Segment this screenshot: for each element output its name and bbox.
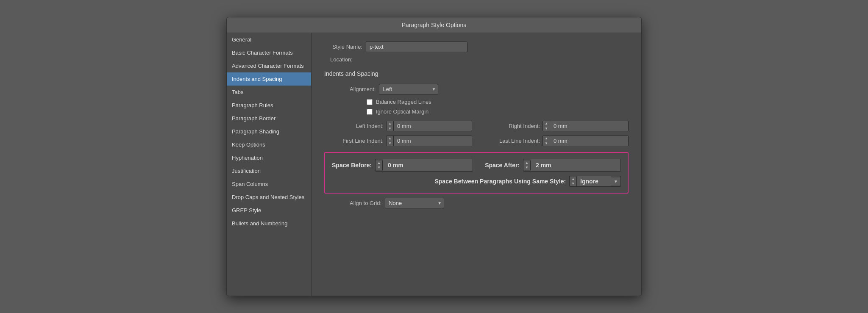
left-indent-down[interactable]: ▼ (387, 126, 393, 131)
alignment-row: Alignment: Left Center Right Justify Jus… (324, 84, 629, 94)
space-between-row: Space Between Paragraphs Using Same Styl… (332, 176, 621, 187)
last-line-indent-up[interactable]: ▲ (543, 136, 550, 141)
space-between-stepper-buttons: ▲ ▼ (570, 177, 577, 186)
space-between-label: Space Between Paragraphs Using Same Styl… (434, 178, 566, 185)
align-to-grid-select-wrapper: None All Lines First Line Only ▼ (385, 198, 444, 208)
ignore-optical-checkbox[interactable] (367, 109, 373, 115)
align-to-grid-row: Align to Grid: None All Lines First Line… (324, 198, 629, 208)
sidebar-item-hyphenation[interactable]: Hyphenation (227, 151, 311, 164)
sidebar-item-keep-options[interactable]: Keep Options (227, 138, 311, 151)
sidebar-item-basic-character-formats[interactable]: Basic Character Formats (227, 46, 311, 59)
space-between-arrow: ▼ (611, 177, 620, 186)
highlighted-section: Space Before: ▲ ▼ Space After: (324, 152, 629, 194)
space-between-select: ▲ ▼ Ignore 0 mm 1 mm ▼ (569, 176, 621, 187)
left-indent-field: Left Indent: ▲ ▼ (324, 121, 472, 131)
sidebar-item-bullets-numbering[interactable]: Bullets and Numbering (227, 217, 311, 230)
first-line-indent-stepper: ▲ ▼ (386, 136, 472, 146)
sidebar-item-paragraph-rules[interactable]: Paragraph Rules (227, 99, 311, 112)
left-indent-label: Left Indent: (356, 123, 384, 129)
left-indent-stepper-buttons: ▲ ▼ (387, 121, 394, 131)
first-line-indent-label: First Line Indent: (342, 138, 384, 144)
space-after-group: Space After: ▲ ▼ (485, 159, 621, 172)
alignment-select[interactable]: Left Center Right Justify Justify Last L… (379, 84, 438, 94)
left-indent-value[interactable] (394, 121, 472, 131)
sidebar-item-span-columns[interactable]: Span Columns (227, 177, 311, 191)
right-indent-stepper-buttons: ▲ ▼ (543, 121, 550, 131)
align-to-grid-select[interactable]: None All Lines First Line Only (385, 198, 444, 208)
sidebar-item-indents-and-spacing[interactable]: Indents and Spacing (227, 72, 311, 86)
sidebar-item-grep-style[interactable]: GREP Style (227, 204, 311, 217)
first-line-indent-down[interactable]: ▼ (387, 141, 393, 146)
first-line-indent-stepper-buttons: ▲ ▼ (387, 136, 394, 146)
align-to-grid-label: Align to Grid: (350, 200, 381, 206)
space-before-down[interactable]: ▼ (376, 165, 382, 170)
alignment-label: Alignment: (350, 86, 376, 92)
section-title: Indents and Spacing (324, 70, 629, 77)
ignore-optical-row: Ignore Optical Margin (324, 108, 629, 115)
style-name-input[interactable] (366, 42, 467, 52)
dialog-title: Paragraph Style Options (227, 17, 641, 33)
main-content: Style Name: Location: Indents and Spacin… (312, 33, 641, 296)
last-line-indent-stepper: ▲ ▼ (542, 136, 629, 146)
space-before-stepper-buttons: ▲ ▼ (376, 161, 383, 170)
sidebar-item-advanced-character-formats[interactable]: Advanced Character Formats (227, 59, 311, 72)
sidebar: GeneralBasic Character FormatsAdvanced C… (227, 33, 312, 296)
location-label: Location: (330, 56, 353, 63)
indent-grid: Left Indent: ▲ ▼ Right Indent: ▲ (324, 121, 629, 146)
sidebar-item-drop-caps[interactable]: Drop Caps and Nested Styles (227, 191, 311, 204)
space-before-up[interactable]: ▲ (376, 161, 382, 166)
space-after-stepper-buttons: ▲ ▼ (523, 161, 531, 170)
space-before-label: Space Before: (332, 162, 372, 169)
first-line-indent-up[interactable]: ▲ (387, 136, 393, 141)
right-indent-value[interactable] (550, 121, 628, 131)
location-row: Location: (324, 56, 629, 63)
sidebar-item-tabs[interactable]: Tabs (227, 86, 311, 99)
left-indent-up[interactable]: ▲ (387, 121, 393, 126)
left-indent-stepper: ▲ ▼ (386, 121, 472, 131)
space-before-stepper: ▲ ▼ (375, 159, 473, 172)
style-name-row: Style Name: (324, 42, 629, 52)
right-indent-up[interactable]: ▲ (543, 121, 550, 126)
last-line-indent-field: Last Line Indent: ▲ ▼ (481, 136, 629, 146)
space-before-group: Space Before: ▲ ▼ (332, 159, 473, 172)
first-line-indent-field: First Line Indent: ▲ ▼ (324, 136, 472, 146)
last-line-indent-down[interactable]: ▼ (543, 141, 550, 146)
space-after-value[interactable] (531, 159, 620, 171)
last-line-indent-value[interactable] (550, 136, 628, 146)
space-after-down[interactable]: ▼ (523, 165, 530, 170)
right-indent-label: Right Indent: (509, 123, 540, 129)
sidebar-item-paragraph-border[interactable]: Paragraph Border (227, 112, 311, 125)
last-line-indent-stepper-buttons: ▲ ▼ (543, 136, 550, 146)
right-indent-stepper: ▲ ▼ (542, 121, 629, 131)
right-indent-field: Right Indent: ▲ ▼ (481, 121, 629, 131)
space-before-value[interactable] (383, 159, 473, 171)
space-between-dropdown[interactable]: Ignore 0 mm 1 mm (577, 176, 611, 186)
balance-ragged-label: Balance Ragged Lines (376, 99, 431, 105)
right-indent-down[interactable]: ▼ (543, 126, 550, 131)
space-before-after-row: Space Before: ▲ ▼ Space After: (332, 159, 621, 172)
sidebar-item-general[interactable]: General (227, 33, 311, 46)
last-line-indent-label: Last Line Indent: (499, 138, 540, 144)
space-after-up[interactable]: ▲ (523, 161, 530, 166)
balance-ragged-row: Balance Ragged Lines (324, 99, 629, 105)
first-line-indent-value[interactable] (394, 136, 472, 146)
style-name-label: Style Name: (324, 44, 362, 50)
sidebar-item-justification[interactable]: Justification (227, 164, 311, 177)
balance-ragged-checkbox[interactable] (367, 99, 373, 105)
space-after-label: Space After: (485, 162, 520, 169)
paragraph-style-dialog: Paragraph Style Options GeneralBasic Cha… (226, 17, 642, 296)
ignore-optical-label: Ignore Optical Margin (376, 108, 428, 115)
space-after-stepper: ▲ ▼ (523, 159, 621, 172)
space-between-up[interactable]: ▲ (570, 177, 576, 182)
space-between-down[interactable]: ▼ (570, 181, 576, 186)
dialog-body: GeneralBasic Character FormatsAdvanced C… (227, 33, 641, 296)
alignment-select-wrapper: Left Center Right Justify Justify Last L… (379, 84, 438, 94)
sidebar-item-paragraph-shading[interactable]: Paragraph Shading (227, 125, 311, 138)
